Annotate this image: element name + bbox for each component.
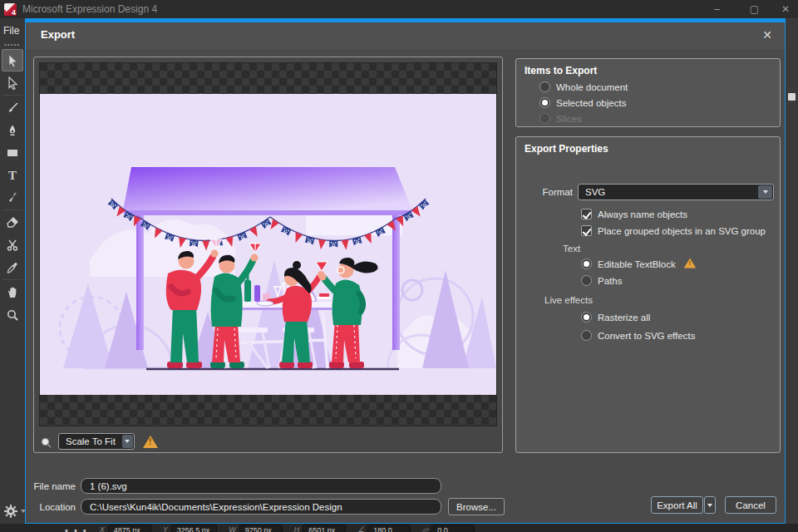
export-properties-panel: Export Properties Format SVG Always name… (515, 136, 781, 453)
format-label: Format (516, 187, 573, 197)
transparency-checker-top (40, 63, 496, 94)
checkbox-label: Always name objects (598, 209, 687, 219)
preview-viewport[interactable] (39, 62, 497, 426)
live-effects-group-label: Live effects (544, 295, 593, 305)
text-tool-icon: T (6, 169, 19, 182)
export-all-button[interactable]: Export All (651, 496, 703, 514)
radio-label: Selected objects (556, 98, 626, 108)
app-logo-icon: 4 (4, 3, 17, 16)
magnifier-icon (6, 308, 19, 322)
svg-text:T: T (7, 169, 16, 182)
tool-zoom[interactable] (2, 303, 23, 326)
status-w-value[interactable]: 9750 px (239, 525, 283, 532)
textblock-warning-icon (684, 258, 696, 268)
selection-arrow-icon (6, 54, 19, 67)
radio-icon (581, 330, 592, 341)
radio-label: Slices (556, 114, 582, 124)
radio-label: Whole document (556, 82, 628, 92)
hand-icon (6, 286, 19, 299)
window-title: Microsoft Expression Design 4 (22, 3, 157, 15)
scissors-icon (6, 239, 19, 252)
status-skew-label: ▱ (422, 525, 428, 532)
checkbox-svg-group[interactable]: Place grouped objects in an SVG group (581, 225, 766, 236)
status-grip: • • • (65, 525, 88, 532)
radio-label: Rasterize all (598, 313, 650, 323)
ink-pen-icon (6, 191, 19, 204)
radio-icon (581, 275, 592, 286)
scale-mode-value: Scale To Fit (59, 436, 122, 446)
export-preview-panel: Scale To Fit (33, 57, 503, 453)
checkbox-icon-checked (581, 225, 592, 236)
radio-label: Paths (598, 276, 622, 286)
items-to-export-panel: Items to Export Whole document Selected … (515, 58, 781, 127)
browse-button[interactable]: Browse... (448, 498, 505, 515)
scale-warning-icon (143, 436, 158, 448)
status-y-value[interactable]: 3256.5 px (171, 525, 218, 532)
tool-rectangle[interactable] (2, 141, 23, 164)
close-window-button[interactable]: ✕ (773, 0, 798, 18)
radio-selected-objects[interactable]: Selected objects (539, 97, 626, 108)
minimize-button[interactable]: – (698, 0, 736, 18)
paintbrush-icon (6, 101, 19, 115)
radio-label: Editable TextBlock (598, 259, 676, 269)
eyedropper-icon (6, 261, 19, 274)
radio-icon-selected (581, 259, 592, 269)
radio-editable-textblock[interactable]: Editable TextBlock (581, 259, 697, 269)
file-menu[interactable]: File (0, 22, 24, 40)
tool-pan[interactable] (2, 281, 23, 303)
cancel-button[interactable]: Cancel (725, 496, 776, 514)
text-group-label: Text (563, 244, 580, 254)
file-name-label: File name (32, 481, 76, 491)
tool-scissors[interactable] (2, 234, 23, 256)
location-label: Location (32, 502, 76, 512)
radio-whole-document[interactable]: Whole document (539, 81, 628, 92)
tool-direct-selection[interactable] (2, 71, 23, 94)
scale-mode-select[interactable]: Scale To Fit (58, 433, 135, 450)
status-w-label: W (229, 525, 236, 532)
tool-eyedropper[interactable] (2, 256, 23, 278)
radio-label: Convert to SVG effects (598, 331, 695, 341)
radio-icon-selected (539, 97, 550, 108)
preview-scale-row: Scale To Fit (41, 433, 158, 450)
dialog-close-icon[interactable]: ✕ (760, 27, 775, 42)
toolbar-grip-handle[interactable]: ••••• (4, 42, 20, 47)
radio-icon-disabled (539, 113, 550, 124)
dialog-title: Export (41, 28, 75, 41)
maximize-button[interactable]: ▢ (736, 0, 773, 18)
status-bar: • • • X4875 px Y3256.5 px W9750 px H6501… (0, 524, 798, 532)
file-name-input[interactable] (81, 478, 441, 494)
chevron-down-icon (758, 185, 772, 199)
format-select[interactable]: SVG (578, 184, 774, 200)
toolbar-settings[interactable] (3, 504, 26, 519)
location-input[interactable] (81, 499, 441, 515)
chevron-down-icon (122, 435, 133, 448)
format-value: SVG (579, 187, 758, 197)
tool-selection[interactable] (2, 49, 23, 71)
export-dialog-header: Export ✕ (26, 22, 785, 49)
checkbox-icon-checked (581, 209, 592, 219)
tool-eraser[interactable] (2, 211, 23, 234)
checkbox-always-name-objects[interactable]: Always name objects (581, 209, 687, 219)
status-skew-value[interactable]: 0.0 (431, 525, 475, 532)
status-h-label: H (294, 525, 300, 532)
tool-ink[interactable] (2, 186, 23, 209)
radio-icon (539, 81, 550, 92)
tool-palette: ••••• T (0, 42, 24, 532)
status-rotate-label: ∠ (357, 525, 364, 532)
radio-paths[interactable]: Paths (581, 275, 622, 286)
export-all-split-button: Export All (651, 496, 716, 514)
export-properties-title: Export Properties (525, 143, 608, 155)
status-h-value[interactable]: 6501 px (303, 525, 346, 532)
export-all-dropdown-arrow[interactable] (704, 496, 716, 514)
status-rotate-value[interactable]: 180.0 (367, 525, 411, 532)
items-to-export-title: Items to Export (525, 65, 597, 76)
tool-paintbrush[interactable] (2, 96, 23, 119)
radio-rasterize-all[interactable]: Rasterize all (581, 312, 650, 323)
preview-artboard (40, 94, 496, 395)
tool-pen[interactable] (2, 119, 23, 141)
status-y-label: Y (163, 525, 168, 532)
tool-text[interactable]: T (2, 164, 23, 186)
pen-icon (6, 124, 19, 137)
radio-convert-svg-effects[interactable]: Convert to SVG effects (581, 330, 695, 341)
status-x-value[interactable]: 4875 px (108, 525, 151, 532)
